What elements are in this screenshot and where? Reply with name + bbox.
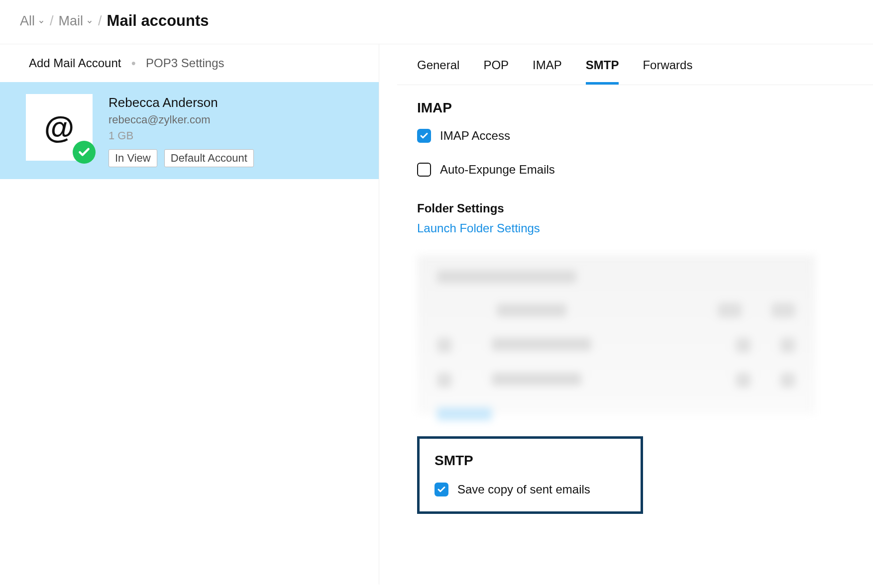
smtp-section-title: SMTP bbox=[435, 453, 626, 469]
account-tags: In View Default Account bbox=[109, 149, 254, 167]
tabs: General POP IMAP SMTP Forwards bbox=[397, 44, 873, 85]
auto-expunge-label: Auto-Expunge Emails bbox=[440, 163, 555, 177]
account-avatar: @ bbox=[26, 94, 93, 161]
breadcrumb-mail[interactable]: Mail bbox=[59, 13, 94, 29]
add-mail-account-link[interactable]: Add Mail Account bbox=[29, 56, 121, 70]
breadcrumb-separator: / bbox=[98, 13, 102, 29]
imap-access-checkbox[interactable]: IMAP Access bbox=[417, 129, 853, 143]
account-name: Rebecca Anderson bbox=[109, 95, 254, 110]
launch-folder-settings-link[interactable]: Launch Folder Settings bbox=[417, 221, 540, 235]
breadcrumb-separator: / bbox=[50, 13, 54, 29]
folder-settings-title: Folder Settings bbox=[417, 201, 853, 215]
tag-in-view[interactable]: In View bbox=[109, 149, 157, 167]
account-card[interactable]: @ Rebecca Anderson rebecca@zylker.com 1 … bbox=[0, 82, 379, 179]
verified-badge-icon bbox=[73, 141, 96, 164]
breadcrumb: All / Mail / Mail accounts bbox=[0, 0, 873, 44]
separator-dot: ● bbox=[131, 59, 136, 68]
account-info: Rebecca Anderson rebecca@zylker.com 1 GB… bbox=[109, 94, 254, 167]
pop3-settings-link[interactable]: POP3 Settings bbox=[146, 56, 224, 70]
chevron-down-icon bbox=[86, 13, 93, 29]
save-copy-label: Save copy of sent emails bbox=[457, 483, 590, 496]
breadcrumb-root-label: All bbox=[20, 13, 35, 29]
tab-forwards[interactable]: Forwards bbox=[643, 58, 692, 85]
breadcrumb-root[interactable]: All bbox=[20, 13, 45, 29]
left-panel: Add Mail Account ● POP3 Settings @ Rebec… bbox=[0, 44, 379, 585]
left-header: Add Mail Account ● POP3 Settings bbox=[0, 44, 379, 82]
checkbox-icon bbox=[417, 129, 431, 143]
checkbox-icon bbox=[417, 163, 431, 177]
imap-access-label: IMAP Access bbox=[440, 129, 510, 143]
chevron-down-icon bbox=[38, 13, 45, 29]
save-copy-checkbox[interactable]: Save copy of sent emails bbox=[435, 483, 626, 496]
breadcrumb-mail-label: Mail bbox=[59, 13, 84, 29]
account-email: rebecca@zylker.com bbox=[109, 113, 254, 126]
at-icon: @ bbox=[44, 112, 74, 143]
auto-expunge-checkbox[interactable]: Auto-Expunge Emails bbox=[417, 163, 853, 177]
tab-general[interactable]: General bbox=[417, 58, 459, 85]
redacted-content bbox=[417, 255, 815, 414]
breadcrumb-current: Mail accounts bbox=[107, 12, 209, 30]
checkbox-icon bbox=[435, 483, 448, 496]
right-panel: General POP IMAP SMTP Forwards IMAP IMAP… bbox=[379, 44, 873, 585]
tab-smtp[interactable]: SMTP bbox=[586, 58, 619, 85]
tab-pop[interactable]: POP bbox=[483, 58, 509, 85]
settings-panel: IMAP IMAP Access Auto-Expunge Emails Fol… bbox=[397, 85, 873, 534]
account-size: 1 GB bbox=[109, 129, 254, 142]
tab-imap[interactable]: IMAP bbox=[533, 58, 562, 85]
smtp-section-highlight: SMTP Save copy of sent emails bbox=[417, 436, 643, 514]
imap-section-title: IMAP bbox=[417, 100, 853, 116]
tag-default-account[interactable]: Default Account bbox=[164, 149, 254, 167]
